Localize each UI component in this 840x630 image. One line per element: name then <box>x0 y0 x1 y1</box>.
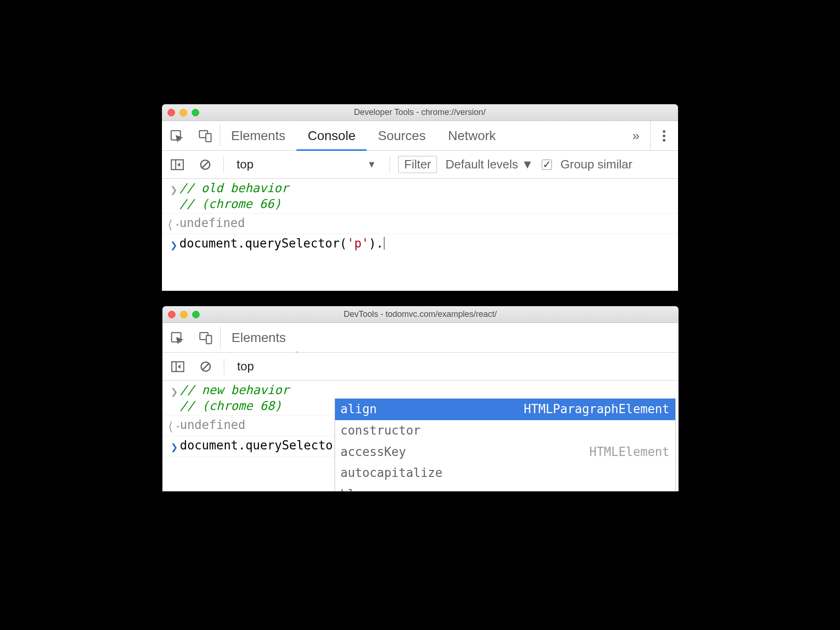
tab-elements[interactable]: Elements <box>221 323 297 352</box>
filter-input[interactable]: Filter <box>398 156 437 173</box>
log-result: ⟨· undefined <box>162 214 678 235</box>
console-input-row[interactable]: ❯ document.querySelector('p'). <box>162 234 678 255</box>
execution-context-select[interactable]: top <box>233 359 302 374</box>
expand-chevron-icon[interactable]: ❯ <box>169 382 180 400</box>
window-title: Developer Tools - chrome://version/ <box>354 107 486 117</box>
autocomplete-item[interactable]: constructor <box>335 420 675 442</box>
devtools-window-old: Developer Tools - chrome://version/ Elem… <box>162 104 678 291</box>
group-similar-checkbox[interactable] <box>542 160 552 170</box>
comment-text: // (chrome 66) <box>180 196 672 212</box>
log-levels-select[interactable]: Default levels ▼ <box>445 157 533 172</box>
autocomplete-item[interactable]: accessKeyHTMLElement <box>335 442 675 463</box>
svg-rect-2 <box>206 134 211 142</box>
traffic-lights <box>168 311 200 318</box>
svg-point-5 <box>663 139 665 141</box>
titlebar: DevTools - todomvc.com/examples/react/ <box>162 306 679 323</box>
sidebar-toggle-icon[interactable] <box>168 361 188 372</box>
comment-text: // new behavior <box>180 382 672 398</box>
minimize-icon[interactable] <box>180 109 187 116</box>
tab-console[interactable]: Console <box>296 121 367 150</box>
console-body: ❯ // old behavior // (chrome 66) ⟨· unde… <box>162 179 678 255</box>
log-entry: ❯ // old behavior // (chrome 66) <box>162 179 678 214</box>
tabbar: Elements Console Sources Network » <box>162 121 678 151</box>
zoom-icon[interactable] <box>192 109 199 116</box>
autocomplete-item[interactable]: alignHTMLParagraphElement <box>335 399 675 420</box>
console-filterbar: top ▼ Filter Default levels ▼ Group simi… <box>162 151 678 179</box>
clear-console-icon[interactable] <box>195 159 215 171</box>
execution-context-select[interactable]: top ▼ <box>232 157 381 172</box>
window-title: DevTools - todomvc.com/examples/react/ <box>343 309 497 319</box>
tab-network[interactable]: Network <box>437 121 507 150</box>
result-chevron-icon: ⟨· <box>169 417 180 435</box>
prompt-chevron-icon: ❯ <box>168 236 180 254</box>
tab-console-hidden[interactable] <box>297 323 297 352</box>
tab-sources[interactable]: Sources <box>367 121 437 150</box>
console-filterbar: top <box>162 353 679 381</box>
device-toggle-icon[interactable] <box>191 323 220 352</box>
autocomplete-popup: alignHTMLParagraphElementconstructoracce… <box>335 398 676 491</box>
inspect-icon[interactable] <box>162 121 191 150</box>
svg-rect-10 <box>206 335 211 344</box>
result-chevron-icon: ⟨· <box>168 215 180 233</box>
console-body: ❯ // new behavior // (chrome 68) ⟨· unde… <box>162 381 679 457</box>
autocomplete-item[interactable]: blur <box>335 484 675 491</box>
more-tabs-button[interactable]: » <box>622 121 650 150</box>
svg-point-4 <box>663 134 665 137</box>
devtools-window-new: DevTools - todomvc.com/examples/react/ E… <box>162 306 679 491</box>
close-icon[interactable] <box>168 109 175 116</box>
tabbar: Elements <box>162 323 679 353</box>
clear-console-icon[interactable] <box>196 361 215 373</box>
autocomplete-item[interactable]: autocapitalize <box>335 462 675 484</box>
kebab-menu-icon[interactable] <box>650 121 678 150</box>
expand-chevron-icon[interactable]: ❯ <box>168 181 180 198</box>
autocomplete-label: constructor <box>341 423 421 439</box>
zoom-icon[interactable] <box>192 311 200 318</box>
prompt-chevron-icon: ❯ <box>169 438 180 456</box>
context-value: top <box>237 359 254 374</box>
result-text: undefined <box>180 215 672 231</box>
comment-text: // old behavior <box>180 181 672 196</box>
autocomplete-hint: HTMLElement <box>589 444 669 460</box>
traffic-lights <box>168 109 199 116</box>
autocomplete-label: accessKey <box>341 444 406 460</box>
autocomplete-label: autocapitalize <box>341 465 443 481</box>
svg-point-3 <box>663 130 665 133</box>
context-value: top <box>237 157 254 172</box>
autocomplete-label: align <box>341 402 377 417</box>
inspect-icon[interactable] <box>162 323 191 352</box>
console-input[interactable]: document.querySelector('p'). <box>180 236 672 252</box>
device-toggle-icon[interactable] <box>191 121 220 150</box>
autocomplete-hint: HTMLParagraphElement <box>524 402 669 417</box>
dropdown-caret-icon: ▼ <box>367 159 376 170</box>
tab-elements[interactable]: Elements <box>220 121 297 150</box>
autocomplete-label: blur <box>341 487 370 491</box>
titlebar: Developer Tools - chrome://version/ <box>162 104 678 121</box>
sidebar-toggle-icon[interactable] <box>168 159 187 170</box>
close-icon[interactable] <box>168 311 175 318</box>
minimize-icon[interactable] <box>180 311 188 318</box>
group-similar-label: Group similar <box>560 157 632 172</box>
